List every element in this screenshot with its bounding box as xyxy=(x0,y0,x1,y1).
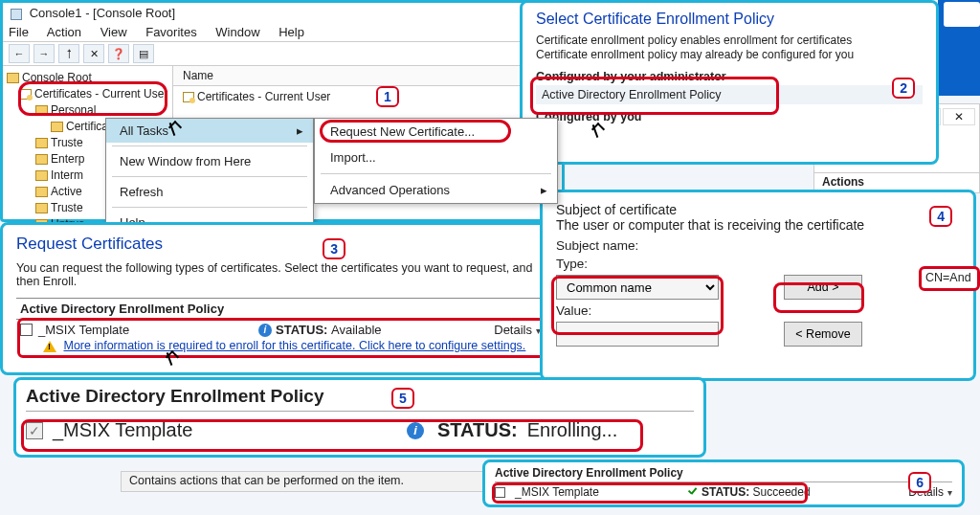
menu-advanced-operations[interactable]: Advanced Operations▸ xyxy=(315,177,557,203)
forward-button[interactable]: → xyxy=(33,44,55,63)
menu-import[interactable]: Import... xyxy=(315,145,557,170)
menu-bar[interactable]: File Action View Favorites Window Help xyxy=(3,23,562,41)
enrollment-policy-title: Select Certificate Enrollment Policy xyxy=(536,11,923,28)
menu-new-window[interactable]: New Window from Here xyxy=(106,149,313,173)
check-icon xyxy=(687,486,699,498)
menu-file[interactable]: File xyxy=(9,25,29,39)
toolbar: ← → ⭡ ✕ ❓ ▤ xyxy=(3,41,562,66)
folder-icon xyxy=(35,138,48,148)
type-select[interactable]: Common name xyxy=(556,275,719,300)
checkbox[interactable] xyxy=(495,487,505,498)
request-certificates-title: Request Certificates xyxy=(16,235,545,254)
status-label: STATUS: xyxy=(276,323,327,337)
delete-button[interactable]: ✕ xyxy=(83,44,104,63)
folder-icon xyxy=(7,73,19,83)
certificate-icon xyxy=(20,89,32,100)
checkbox-checked[interactable]: ✓ xyxy=(26,422,43,439)
logo-placeholder xyxy=(944,2,980,27)
step-marker: 5 xyxy=(391,388,414,409)
checkbox[interactable] xyxy=(20,324,33,336)
help-button[interactable]: ❓ xyxy=(108,44,129,63)
subject-title: Subject of certificate xyxy=(556,202,960,217)
context-submenu[interactable]: Request New Certificate... Import... Adv… xyxy=(314,118,558,204)
menu-request-new-certificate[interactable]: Request New Certificate... xyxy=(315,119,557,145)
folder-icon xyxy=(35,105,48,116)
certificate-icon xyxy=(183,92,194,102)
adep-item[interactable]: Active Directory Enrollment Policy xyxy=(536,85,923,104)
type-label: Type: xyxy=(556,257,960,271)
succeeded-panel: Active Directory Enrollment Policy _MSIX… xyxy=(482,459,965,507)
status-label: STATUS: xyxy=(437,419,518,441)
request-certificates-desc: You can request the following types of c… xyxy=(16,261,545,288)
enrolling-panel: Active Directory Enrollment Policy 5 ✓ _… xyxy=(13,377,706,458)
section-configured-by-you: Configured by you xyxy=(536,110,923,123)
template-name: _MSIX Template xyxy=(53,419,397,441)
enrollment-policy-desc: Certificate enrollment policy enables en… xyxy=(536,34,923,62)
folder-icon xyxy=(35,170,48,181)
tree-personal[interactable]: Personal xyxy=(7,102,168,119)
status-label: STATUS: xyxy=(702,485,749,499)
info-icon: i xyxy=(258,324,272,337)
info-icon: i xyxy=(407,422,424,439)
folder-icon xyxy=(35,187,48,197)
folder-icon xyxy=(35,203,48,213)
request-certificates-panel: Request Certificates 3 You can request t… xyxy=(0,222,561,375)
context-menu[interactable]: All Tasks▸ New Window from Here Refresh … xyxy=(105,118,314,235)
menu-separator xyxy=(112,146,307,146)
status-value: Available xyxy=(331,323,382,337)
step-marker: 4 xyxy=(929,206,952,227)
menu-action[interactable]: Action xyxy=(47,25,81,39)
section-configured-by-admin: Configured by your administrator xyxy=(536,70,923,83)
back-button[interactable]: ← xyxy=(9,44,30,63)
warning-row[interactable]: More information is required to enroll f… xyxy=(16,337,545,352)
close-button[interactable]: ✕ xyxy=(943,108,975,125)
tree-root[interactable]: Console Root xyxy=(7,70,168,86)
template-row[interactable]: _MSIX Template i STATUS: Available Detai… xyxy=(16,320,545,337)
menu-view[interactable]: View xyxy=(100,25,127,39)
list-item-certs[interactable]: Certificates - Current User xyxy=(173,86,562,107)
column-header-name[interactable]: Name xyxy=(173,66,562,86)
subject-subtitle: The user or computer that is receiving t… xyxy=(556,217,960,233)
folder-icon xyxy=(51,122,63,132)
enrollment-policy-panel: Select Certificate Enrollment Policy Cer… xyxy=(520,0,939,165)
folder-icon xyxy=(35,154,48,165)
menu-separator xyxy=(321,173,551,174)
configure-link[interactable]: More information is required to enroll f… xyxy=(63,339,525,352)
menu-favorites[interactable]: Favorites xyxy=(145,25,196,39)
remove-button[interactable]: < Remove xyxy=(784,322,862,347)
policy-header: Active Directory Enrollment Policy xyxy=(495,466,952,482)
menu-window[interactable]: Window xyxy=(215,25,259,39)
warning-icon xyxy=(43,341,56,352)
subject-name-label: Subject name: xyxy=(556,238,960,253)
policy-header: Active Directory Enrollment Policy xyxy=(16,298,545,320)
menu-all-tasks[interactable]: All Tasks▸ xyxy=(106,119,313,143)
subject-panel: Subject of certificate The user or compu… xyxy=(540,190,976,381)
template-name: _MSIX Template xyxy=(38,323,258,337)
chevron-right-icon: ▸ xyxy=(541,183,547,197)
menu-refresh[interactable]: Refresh xyxy=(106,180,313,204)
properties-button[interactable]: ▤ xyxy=(133,44,154,63)
chevron-down-icon: ▾ xyxy=(947,487,952,498)
step-marker: 1 xyxy=(376,86,399,107)
step-marker: 3 xyxy=(323,238,345,259)
details-toggle[interactable]: Details▾ xyxy=(494,323,541,337)
status-value: Enrolling... xyxy=(527,419,618,441)
cn-value-chip: CN=And xyxy=(919,266,980,291)
status-value: Succeeded xyxy=(753,485,811,499)
policy-header: Active Directory Enrollment Policy xyxy=(26,386,694,412)
menu-help[interactable]: Help xyxy=(278,25,304,39)
window-title: Console1 - [Console Root] xyxy=(3,3,562,23)
menu-separator xyxy=(112,207,307,208)
add-button[interactable]: Add > xyxy=(784,275,862,300)
chevron-right-icon: ▸ xyxy=(297,123,303,138)
tree-certs[interactable]: Certificates - Current User xyxy=(7,86,168,102)
value-input[interactable] xyxy=(556,322,719,347)
template-name: _MSIX Template xyxy=(515,485,687,499)
menu-separator xyxy=(112,176,307,177)
step-marker: 2 xyxy=(892,78,915,99)
step-marker: 6 xyxy=(908,472,931,493)
up-button[interactable]: ⭡ xyxy=(58,44,79,63)
value-label: Value: xyxy=(556,303,960,318)
app-icon xyxy=(11,9,22,20)
